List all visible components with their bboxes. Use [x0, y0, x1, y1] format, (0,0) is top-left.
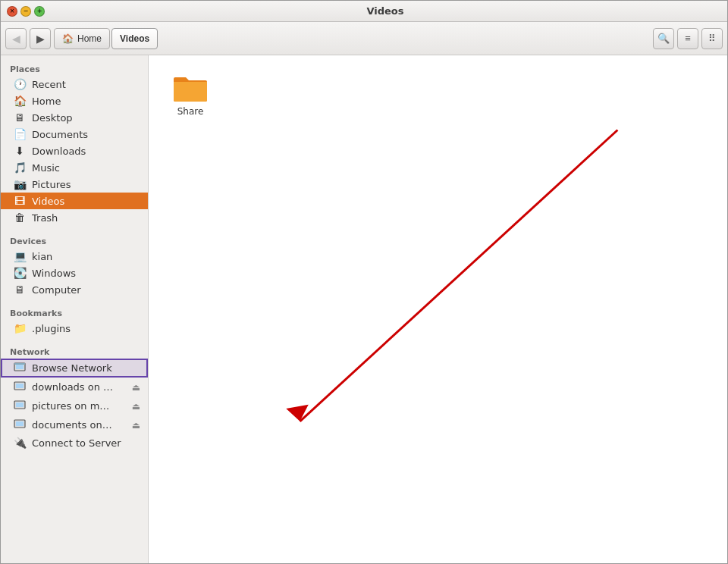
places-section: Places 🕐 Recent 🏠 Home 🖥 Desktop 📄 Docum… — [1, 55, 148, 227]
maximize-button[interactable]: + — [34, 6, 45, 17]
sidebar-item-connect-to-server[interactable]: 🔌 Connect to Server — [1, 434, 148, 451]
plugins-icon: 📁 — [13, 322, 27, 334]
back-button[interactable]: ◀ — [5, 28, 27, 49]
sidebar-item-label: Computer — [32, 284, 81, 296]
downloads-on-icon — [13, 380, 27, 394]
home-location-button[interactable]: 🏠 Home — [54, 28, 110, 49]
sidebar-item-label: documents on… — [32, 419, 112, 431]
computer-icon: 🖥 — [13, 284, 27, 296]
places-title: Places — [1, 61, 148, 76]
toolbar-right: 🔍 ≡ ⠿ — [653, 28, 723, 49]
eject-icon[interactable]: ⏏ — [132, 420, 140, 431]
titlebar: × − + Videos — [1, 1, 727, 22]
sidebar-item-music[interactable]: 🎵 Music — [1, 159, 148, 176]
folder-label: Share — [177, 106, 204, 117]
videos-icon: 🎞 — [13, 195, 27, 207]
sidebar-item-label: Music — [32, 162, 60, 174]
kian-icon: 💻 — [13, 250, 27, 262]
svg-rect-2 — [14, 363, 25, 365]
trash-icon: 🗑 — [13, 212, 27, 224]
recent-icon: 🕐 — [13, 78, 27, 90]
main-window: × − + Videos ◀ ▶ 🏠 Home Videos — [0, 0, 728, 564]
sidebar-item-recent[interactable]: 🕐 Recent — [1, 76, 148, 92]
sidebar-item-label: Videos — [32, 196, 64, 207]
sidebar-item-desktop[interactable]: 🖥 Desktop — [1, 109, 148, 126]
sidebar-item-trash[interactable]: 🗑 Trash — [1, 209, 148, 226]
network-section: Network Browse Network — [1, 338, 148, 453]
window-controls: × − + — [7, 6, 45, 17]
sidebar-item-browse-network[interactable]: Browse Network — [1, 359, 148, 378]
file-area: Share — [149, 55, 727, 563]
sidebar-item-label: .plugins — [32, 323, 71, 334]
connect-icon: 🔌 — [13, 437, 27, 449]
grid-button[interactable]: ⠿ — [701, 28, 723, 49]
svg-rect-4 — [16, 384, 24, 388]
home-icon: 🏠 — [62, 33, 74, 44]
sidebar-item-label: Pictures — [32, 179, 71, 190]
sidebar-item-label: downloads on … — [32, 381, 113, 393]
svg-rect-8 — [16, 421, 24, 426]
close-button[interactable]: × — [7, 6, 17, 17]
bookmarks-section: Bookmarks 📁 .plugins — [1, 299, 148, 338]
sidebar-item-computer[interactable]: 🖥 Computer — [1, 281, 148, 298]
documents-icon: 📄 — [13, 128, 27, 140]
search-icon: 🔍 — [657, 33, 670, 44]
menu-button[interactable]: ≡ — [677, 28, 698, 49]
menu-icon: ≡ — [685, 33, 691, 44]
downloads-icon: ⬇ — [13, 145, 27, 157]
folder-icon — [172, 73, 209, 103]
sidebar-item-kian[interactable]: 💻 kian — [1, 248, 148, 265]
music-icon: 🎵 — [13, 161, 27, 174]
sidebar-item-label: Recent — [32, 79, 66, 90]
sidebar: Places 🕐 Recent 🏠 Home 🖥 Desktop 📄 Docum… — [1, 55, 149, 563]
sidebar-item-label: kian — [32, 251, 52, 262]
sidebar-item-videos[interactable]: 🎞 Videos — [1, 193, 148, 209]
sidebar-item-documents[interactable]: 📄 Documents — [1, 126, 148, 143]
sidebar-item-documents-on[interactable]: documents on… ⏏ — [1, 415, 148, 434]
bookmarks-title: Bookmarks — [1, 306, 148, 320]
search-button[interactable]: 🔍 — [653, 28, 674, 49]
eject-icon[interactable]: ⏏ — [132, 382, 140, 393]
sidebar-item-label: Home — [32, 96, 61, 107]
sidebar-item-home[interactable]: 🏠 Home — [1, 92, 148, 109]
sidebar-item-downloads-on[interactable]: downloads on … ⏏ — [1, 378, 148, 396]
pictures-on-icon — [13, 399, 27, 413]
file-area-wrapper: Share — [149, 55, 727, 563]
devices-title: Devices — [1, 233, 148, 248]
window-title: Videos — [49, 5, 721, 17]
sidebar-item-downloads[interactable]: ⬇ Downloads — [1, 143, 148, 159]
sidebar-item-label: Connect to Server — [32, 437, 121, 449]
sidebar-item-label: Desktop — [32, 112, 73, 124]
svg-rect-6 — [16, 403, 24, 407]
sidebar-item-label: Browse Network — [32, 362, 112, 374]
toolbar: ◀ ▶ 🏠 Home Videos 🔍 ≡ ⠿ — [1, 22, 727, 55]
network-title: Network — [1, 344, 148, 359]
grid-icon: ⠿ — [708, 33, 716, 44]
desktop-icon: 🖥 — [13, 111, 27, 124]
sidebar-item-label: Downloads — [32, 146, 86, 157]
devices-section: Devices 💻 kian 💽 Windows 🖥 Computer — [1, 227, 148, 299]
sidebar-item-label: Trash — [32, 212, 58, 224]
videos-location-button[interactable]: Videos — [111, 28, 158, 49]
documents-on-icon — [13, 418, 27, 432]
sidebar-item-label: Windows — [32, 268, 76, 279]
sidebar-item-plugins[interactable]: 📁 .plugins — [1, 320, 148, 337]
location-bar: 🏠 Home Videos — [54, 28, 650, 49]
sidebar-item-windows[interactable]: 💽 Windows — [1, 265, 148, 281]
pictures-icon: 📷 — [13, 178, 27, 190]
main-content: Places 🕐 Recent 🏠 Home 🖥 Desktop 📄 Docum… — [1, 55, 727, 563]
minimize-button[interactable]: − — [20, 6, 31, 17]
sidebar-item-pictures-on[interactable]: pictures on m… ⏏ — [1, 396, 148, 415]
sidebar-item-label: Documents — [32, 129, 88, 140]
folder-share[interactable]: Share — [160, 67, 221, 123]
forward-button[interactable]: ▶ — [30, 28, 51, 49]
windows-icon: 💽 — [13, 267, 27, 279]
browse-network-icon — [13, 361, 27, 375]
home-icon: 🏠 — [13, 95, 27, 107]
eject-icon[interactable]: ⏏ — [132, 401, 140, 412]
sidebar-item-label: pictures on m… — [32, 400, 109, 412]
svg-rect-1 — [16, 365, 24, 369]
sidebar-item-pictures[interactable]: 📷 Pictures — [1, 176, 148, 193]
